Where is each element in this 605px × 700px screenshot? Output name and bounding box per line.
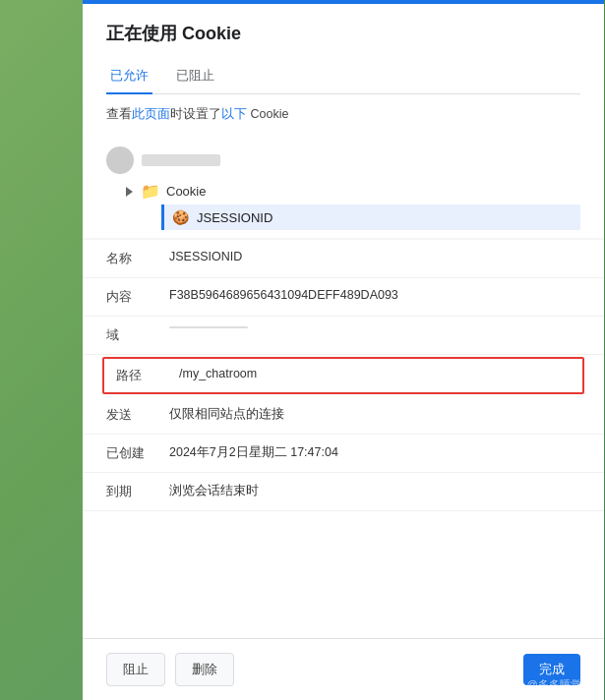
detail-value-name: JSESSIONID — [169, 250, 242, 263]
detail-value-send: 仅限相同站点的连接 — [169, 406, 284, 423]
block-button[interactable]: 阻止 — [106, 653, 165, 686]
detail-path-row: 路径 /my_chatroom — [102, 357, 584, 394]
cookie-dialog: 正在使用 Cookie 已允许 已阻止 查看此页面时设置了以下 Cookie 📁… — [83, 0, 604, 700]
detail-value-content: F38B5964689656431094DEFF489DA093 — [169, 288, 398, 302]
site-avatar — [106, 146, 134, 174]
watermark: CSDN @多多睡觉11 — [493, 677, 593, 692]
delete-button[interactable]: 删除 — [175, 653, 234, 686]
detail-created-row: 已创建 2024年7月2日星期二 17:47:04 — [83, 435, 604, 473]
footer-left-buttons: 阻止 删除 — [106, 653, 234, 686]
detail-label-domain: 域 — [106, 326, 153, 344]
cookie-tree: 📁 Cookie 🍪 JSESSIONID — [83, 135, 604, 238]
jsessionid-tree-label: JSESSIONID — [197, 210, 272, 225]
subtitle-link1[interactable]: 此页面 — [132, 107, 170, 121]
detail-label-send: 发送 — [106, 406, 153, 424]
tab-blocked[interactable]: 已阻止 — [172, 59, 218, 94]
subtitle-link2[interactable]: 以下 — [221, 107, 247, 121]
folder-icon: 📁 — [141, 182, 160, 201]
tree-expand-icon[interactable] — [126, 187, 133, 197]
detail-content-row: 内容 F38B5964689656431094DEFF489DA093 — [83, 278, 604, 317]
detail-value-path: /my_chatroom — [179, 367, 257, 380]
jsessionid-tree-row[interactable]: 🍪 JSESSIONID — [161, 204, 580, 230]
detail-label-content: 内容 — [106, 288, 153, 306]
tab-bar: 已允许 已阻止 — [106, 59, 580, 94]
detail-label-path: 路径 — [116, 367, 163, 384]
cookie-icon: 🍪 — [172, 209, 189, 225]
detail-value-created: 2024年7月2日星期二 17:47:04 — [169, 444, 338, 461]
detail-name-row: 名称 JSESSIONID — [83, 240, 604, 278]
subtitle-suffix: Cookie — [247, 107, 288, 121]
dialog-subtitle: 查看此页面时设置了以下 Cookie — [83, 94, 604, 135]
tab-allowed[interactable]: 已允许 — [106, 59, 152, 94]
detail-label-name: 名称 — [106, 250, 153, 267]
site-label-blurred — [142, 154, 220, 166]
detail-send-row: 发送 仅限相同站点的连接 — [83, 396, 604, 435]
dialog-title: 正在使用 Cookie — [106, 22, 580, 45]
detail-value-domain — [169, 326, 248, 328]
tree-children: 📁 Cookie 🍪 JSESSIONID — [126, 178, 580, 230]
detail-domain-row: 域 — [83, 317, 604, 355]
subtitle-middle: 时设置了 — [170, 107, 221, 121]
detail-expires-row: 到期 浏览会话结束时 — [83, 473, 604, 511]
subtitle-prefix: 查看 — [106, 107, 132, 121]
cookie-detail-table: 名称 JSESSIONID 内容 F38B5964689656431094DEF… — [83, 240, 604, 638]
left-panel — [0, 0, 84, 700]
detail-label-expires: 到期 — [106, 483, 153, 500]
tree-folder-label: Cookie — [166, 184, 206, 199]
tree-folder-row: 📁 Cookie — [126, 178, 580, 204]
detail-label-created: 已创建 — [106, 444, 153, 462]
tree-root-row — [106, 143, 580, 178]
dialog-header: 正在使用 Cookie 已允许 已阻止 — [83, 4, 604, 94]
detail-value-expires: 浏览会话结束时 — [169, 483, 259, 499]
